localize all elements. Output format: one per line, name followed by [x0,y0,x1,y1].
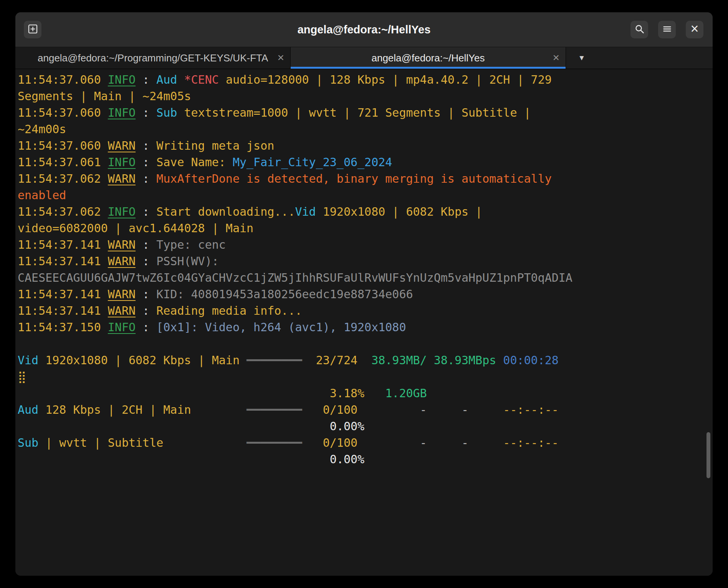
scrollbar-thumb[interactable] [706,432,710,478]
tab-overflow-area: ▼ [566,47,713,69]
window-title: angela@fedora:~/HellYes [15,23,713,36]
terminal-line: 3.18% 1.20GB [18,385,572,401]
new-tab-icon [28,24,38,36]
terminal-line: 11:54:37.150 INFO : [0x1]: Video, h264 (… [18,319,572,335]
tab-close-icon[interactable]: × [277,52,284,63]
terminal-line: 11:54:37.141 WARN : Reading media info..… [18,302,572,319]
terminal-line: 11:54:37.141 WARN : Type: cenc [18,236,572,253]
terminal-line: 11:54:37.060 WARN : Writing meta json [18,137,572,154]
search-button[interactable] [630,21,648,38]
terminal-output: 11:54:37.060 INFO : Aud *CENC audio=1280… [18,71,572,467]
terminal-screen[interactable]: 11:54:37.060 INFO : Aud *CENC audio=1280… [15,69,713,576]
chevron-down-icon: ▼ [578,54,586,62]
tab-close-icon[interactable]: × [553,52,559,63]
close-window-button[interactable]: × [686,21,703,38]
tab-label: angela@fedora:~/HellYes [371,52,485,64]
terminal-line: 11:54:37.141 WARN : PSSH(WV): CAESEECAGU… [18,253,572,286]
terminal-window: angela@fedora:~/HellYes × [15,12,713,576]
terminal-line: Vid 1920x1080 | 6082 Kbps | Main ━━━━━━━… [18,352,572,385]
hamburger-menu-icon [662,24,672,36]
titlebar: angela@fedora:~/HellYes × [15,12,713,47]
terminal-line: 0.00% [18,418,572,434]
tab-label: angela@fedora:~/Programming/GET-KEYS/UK-… [38,52,268,64]
terminal-line: 11:54:37.060 INFO : Aud *CENC audio=1280… [18,71,572,104]
terminal-line: Sub | wvtt | Subtitle ━━━━━━━━ 0/100 - -… [18,434,572,451]
tab-bar: angela@fedora:~/Programming/GET-KEYS/UK-… [15,47,713,69]
new-tab-button[interactable] [24,21,41,38]
tab-hellyes[interactable]: angela@fedora:~/HellYes × [291,47,566,69]
tab-get-keys[interactable]: angela@fedora:~/Programming/GET-KEYS/UK-… [15,47,291,69]
terminal-line: 11:54:37.062 INFO : Start downloading...… [18,203,572,236]
close-icon: × [690,22,698,36]
terminal-line [18,335,572,352]
search-icon [634,24,645,36]
tab-list-dropdown-button[interactable]: ▼ [572,49,591,67]
terminal-line: Aud 128 Kbps | 2CH | Main ━━━━━━━━ 0/100… [18,401,572,418]
terminal-line: 0.00% [18,451,572,467]
terminal-line: 11:54:37.141 WARN : KID: 408019453a18025… [18,286,572,302]
menu-button[interactable] [658,21,676,38]
terminal-line: 11:54:37.061 INFO : Save Name: My_Fair_C… [18,154,572,170]
terminal-line: 11:54:37.060 INFO : Sub textstream=1000 … [18,104,572,137]
terminal-line: 11:54:37.062 WARN : MuxAfterDone is dete… [18,170,572,203]
